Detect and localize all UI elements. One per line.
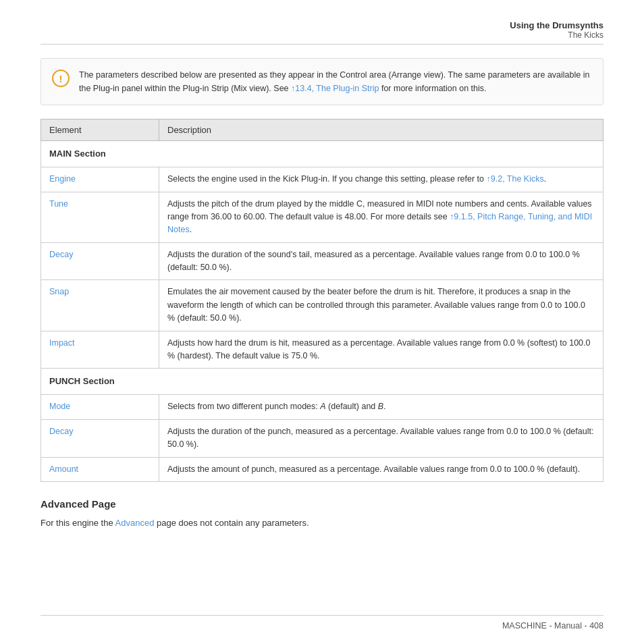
parameters-table: Element Description MAIN Section Engine …	[41, 119, 603, 482]
tune-link[interactable]: Tune	[49, 199, 68, 209]
col-header-element: Element	[41, 119, 159, 141]
element-engine: Engine	[41, 167, 159, 192]
impact-link[interactable]: Impact	[49, 338, 75, 348]
desc-decay-main: Adjusts the duration of the sound's tail…	[159, 242, 603, 280]
section-main-label: MAIN Section	[41, 141, 603, 167]
section-main: MAIN Section	[41, 141, 603, 167]
engine-ref-link[interactable]: ↑9.2, The Kicks	[487, 174, 544, 184]
element-snap: Snap	[41, 280, 159, 331]
desc-amount: Adjusts the amount of punch, measured as…	[159, 457, 603, 481]
element-decay-main: Decay	[41, 242, 159, 280]
advanced-text-after: page does not contain any parameters.	[154, 518, 308, 528]
desc-engine: Selects the engine used in the Kick Plug…	[159, 167, 603, 192]
plugin-strip-link[interactable]: ↑13.4, The Plug-in Strip	[291, 84, 379, 93]
header-section: Using the Drumsynths The Kicks	[41, 20, 603, 45]
element-mode: Mode	[41, 395, 159, 419]
tune-ref-link[interactable]: ↑9.1.5, Pitch Range, Tuning, and MIDI No…	[167, 212, 592, 234]
table-row: Decay Adjusts the duration of the punch,…	[41, 419, 603, 457]
section-punch-label: PUNCH Section	[41, 369, 603, 395]
info-box: ! The parameters described below are pre…	[41, 58, 603, 105]
desc-mode: Selects from two different punch modes: …	[159, 395, 603, 419]
advanced-section: Advanced Page For this engine the Advanc…	[41, 498, 603, 530]
amount-link[interactable]: Amount	[49, 464, 78, 474]
info-text-after: for more information on this.	[379, 84, 486, 93]
snap-link[interactable]: Snap	[49, 287, 69, 296]
header-subtitle: The Kicks	[41, 30, 603, 40]
table-row: Mode Selects from two different punch mo…	[41, 395, 603, 419]
desc-decay-punch: Adjusts the duration of the punch, measu…	[159, 419, 603, 457]
table-row: Tune Adjusts the pitch of the drum playe…	[41, 192, 603, 242]
footer-text: MASCHINE - Manual - 408	[502, 621, 603, 630]
desc-impact: Adjusts how hard the drum is hit, measur…	[159, 331, 603, 369]
decay-punch-link[interactable]: Decay	[49, 427, 73, 436]
table-row: Engine Selects the engine used in the Ki…	[41, 167, 603, 192]
header-title: Using the Drumsynths	[41, 20, 603, 30]
table-row: Amount Adjusts the amount of punch, meas…	[41, 457, 603, 481]
info-box-text: The parameters described below are prese…	[79, 68, 592, 95]
element-amount: Amount	[41, 457, 159, 481]
warning-icon: !	[52, 70, 70, 87]
table-row: Decay Adjusts the duration of the sound'…	[41, 242, 603, 280]
mode-link[interactable]: Mode	[49, 402, 70, 411]
footer-section: MASCHINE - Manual - 408	[41, 615, 603, 630]
element-decay-punch: Decay	[41, 419, 159, 457]
engine-link[interactable]: Engine	[49, 174, 76, 184]
advanced-page-text: For this engine the Advanced page does n…	[41, 516, 603, 530]
element-impact: Impact	[41, 331, 159, 369]
element-tune: Tune	[41, 192, 159, 242]
desc-tune: Adjusts the pitch of the drum played by …	[159, 192, 603, 242]
section-punch: PUNCH Section	[41, 369, 603, 395]
advanced-link[interactable]: Advanced	[115, 518, 155, 528]
decay-main-link[interactable]: Decay	[49, 250, 73, 259]
advanced-text-before: For this engine the	[41, 518, 115, 528]
col-header-description: Description	[159, 119, 603, 141]
desc-snap: Emulates the air movement caused by the …	[159, 280, 603, 331]
page-container: Using the Drumsynths The Kicks ! The par…	[0, 0, 644, 644]
table-row: Impact Adjusts how hard the drum is hit,…	[41, 331, 603, 369]
table-row: Snap Emulates the air movement caused by…	[41, 280, 603, 331]
advanced-page-title: Advanced Page	[41, 498, 603, 510]
